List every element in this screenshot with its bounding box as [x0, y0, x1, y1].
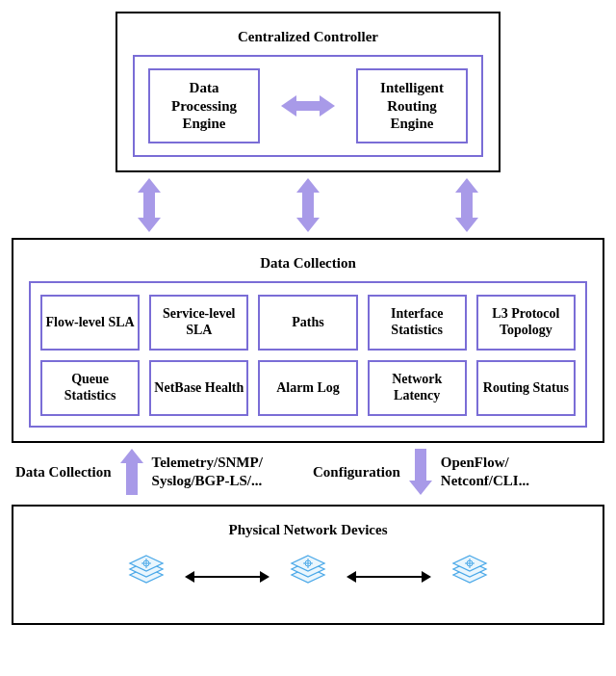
dc-item-routing: Routing Status	[476, 360, 576, 416]
dc-item-alarm: Alarm Log	[258, 360, 357, 416]
bidirectional-arrow-icon	[139, 178, 160, 232]
bidirectional-arrow-icon	[281, 97, 335, 115]
dc-item-flow-sla: Flow-level SLA	[40, 295, 140, 351]
dc-item-paths: Paths	[258, 295, 357, 351]
dc-item-queue: Queue Statistics	[40, 360, 140, 416]
dc-item-interface: Interface Statistics	[368, 295, 467, 351]
dc-item-netbase: NetBase Health	[149, 360, 248, 416]
ire-label: Intelligent Routing Engine	[380, 79, 444, 133]
collection-protocols: Telemetry/SNMP/ Syslog/BGP-LS/...	[152, 454, 263, 490]
config-protocols: OpenFlow/ Netconf/CLI...	[441, 454, 529, 490]
bidirectional-arrow-icon	[185, 570, 270, 584]
bidirectional-arrow-icon	[297, 178, 319, 232]
physical-devices-box: Physical Network Devices	[12, 505, 604, 625]
data-processing-engine-box: Data Processing Engine	[148, 68, 260, 143]
bidirectional-arrow-icon	[346, 570, 431, 584]
protocol-row: Data Collection Telemetry/SNMP/ Syslog/B…	[12, 443, 604, 505]
network-device-icon	[125, 554, 167, 600]
controller-title: Centralized Controller	[133, 23, 483, 55]
devices-title: Physical Network Devices	[37, 520, 579, 548]
network-device-icon	[287, 554, 329, 600]
network-device-icon	[449, 554, 491, 600]
dc-item-latency: Network Latency	[368, 360, 467, 416]
controller-inner-frame: Data Processing Engine Intelligent Routi…	[133, 55, 483, 157]
dc-item-service-sla: Service-level SLA	[149, 295, 248, 351]
dpe-label: Data Processing Engine	[171, 79, 237, 133]
bidirectional-arrow-icon	[456, 178, 477, 232]
data-collection-grid: Flow-level SLA Service-level SLA Paths I…	[29, 281, 587, 428]
intelligent-routing-engine-box: Intelligent Routing Engine	[356, 68, 468, 143]
data-collection-box: Data Collection Flow-level SLA Service-l…	[12, 238, 604, 443]
down-arrow-icon	[410, 449, 431, 495]
data-collection-label: Data Collection	[15, 464, 112, 481]
configuration-label: Configuration	[313, 464, 400, 481]
controller-to-collection-arrows	[12, 172, 604, 238]
centralized-controller-box: Centralized Controller Data Processing E…	[116, 12, 500, 172]
up-arrow-icon	[121, 449, 142, 495]
dc-item-l3-topology: L3 Protocol Topology	[476, 295, 576, 351]
data-collection-title: Data Collection	[29, 249, 587, 281]
